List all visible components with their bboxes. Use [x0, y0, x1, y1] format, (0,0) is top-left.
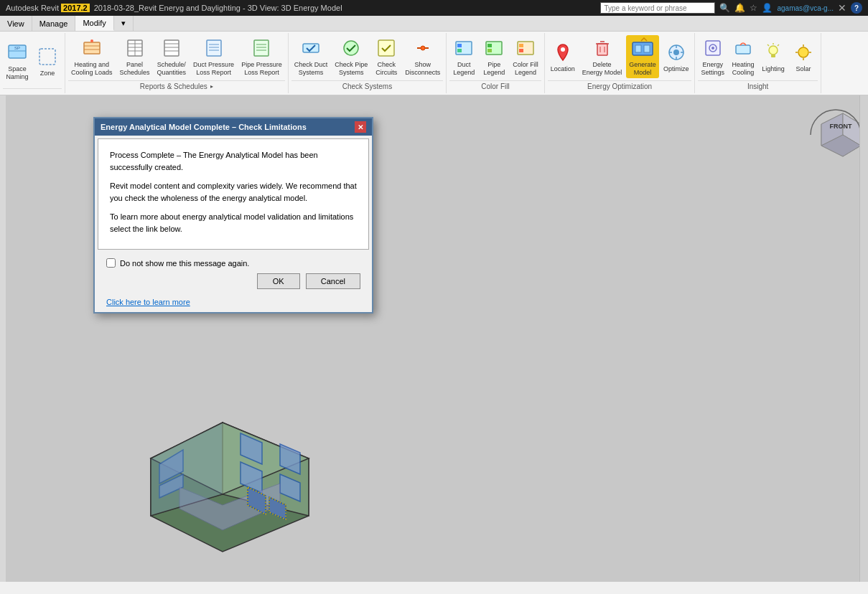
svg-rect-31	[456, 42, 472, 55]
duct-legend-icon	[452, 37, 475, 60]
check-pipe-button[interactable]: Check PipeSystems	[332, 35, 370, 78]
pipe-pressure-button[interactable]: Pipe PressureLoss Report	[238, 35, 285, 78]
check-circuits-icon	[375, 37, 398, 60]
svg-point-26	[344, 41, 358, 55]
heating-cooling-icon	[80, 37, 103, 60]
tab-manage[interactable]: Manage	[32, 16, 76, 31]
svg-line-62	[778, 44, 779, 46]
tab-view[interactable]: View	[0, 16, 32, 31]
schedule-quantities-button[interactable]: Schedule/Quantities	[154, 35, 190, 78]
dialog-footer: Do not show me this message again. OK Ca…	[95, 253, 372, 298]
duct-legend-button[interactable]: DuctLegend	[449, 35, 478, 78]
check-duct-icon	[299, 37, 322, 60]
ribbon-group-items-insight: EnergySettings HeatingCooling	[698, 34, 818, 79]
app-name: Autodesk Revit 2017.2	[6, 4, 90, 12]
zone-button[interactable]: Zone	[33, 39, 62, 82]
tab-dropdown[interactable]: ▾	[114, 16, 134, 31]
location-icon	[551, 41, 574, 64]
space-naming-icon: SP	[6, 41, 29, 64]
svg-point-50	[673, 50, 679, 55]
dialog-body: Process Complete – The Energy Analytical…	[98, 138, 369, 250]
svg-rect-58	[736, 45, 750, 54]
dialog-para-1: Process Complete – The Energy Analytical…	[110, 149, 357, 173]
svg-rect-47	[635, 45, 641, 52]
svg-rect-32	[457, 44, 462, 47]
dont-show-checkbox[interactable]	[106, 258, 116, 268]
ribbon-group-insight: EnergySettings HeatingCooling	[695, 33, 821, 93]
svg-rect-39	[519, 49, 523, 52]
check-pipe-icon	[340, 37, 363, 60]
svg-line-63	[767, 44, 769, 46]
ribbon-group-reports: Heating andCooling Loads PanelSchedules	[65, 33, 289, 93]
section-label-insight: Insight	[698, 80, 818, 92]
svg-point-64	[798, 47, 808, 57]
svg-point-40	[561, 47, 565, 52]
cancel-button[interactable]: Cancel	[306, 273, 360, 289]
solar-icon	[792, 41, 815, 64]
star-icon[interactable]: ☆	[750, 3, 757, 13]
lighting-icon	[762, 41, 785, 64]
vertical-scrollbar[interactable]	[859, 95, 868, 582]
optimize-button[interactable]: Optimize	[661, 35, 692, 78]
svg-rect-13	[164, 40, 179, 56]
dialog-title: Energy Analytical Model Complete – Check…	[101, 123, 307, 131]
search-input[interactable]	[600, 2, 715, 14]
duct-pressure-button[interactable]: Duct PressureLoss Report	[190, 35, 237, 78]
dialog-energy-model: Energy Analytical Model Complete – Check…	[93, 117, 373, 314]
svg-rect-17	[207, 40, 221, 56]
dialog-title-bar: Energy Analytical Model Complete – Check…	[95, 118, 372, 136]
heating-cooling-button[interactable]: HeatingCooling	[729, 35, 757, 78]
bell-icon[interactable]: 🔔	[734, 3, 745, 13]
dialog-close-button[interactable]: ✕	[355, 121, 366, 133]
svg-rect-4	[84, 42, 100, 54]
ribbon-group-space: SP SpaceNaming Zone	[0, 33, 65, 93]
svg-rect-41	[597, 44, 607, 55]
section-label-color: Color Fill	[449, 80, 541, 92]
energy-settings-button[interactable]: EnergySettings	[698, 35, 727, 78]
section-label-energy: Energy Optimization	[548, 80, 692, 92]
ribbon-group-energy: Location DeleteEnergy Model	[545, 33, 696, 93]
search-icon[interactable]: 🔍	[719, 3, 730, 13]
svg-rect-48	[644, 45, 650, 52]
check-duct-button[interactable]: Check DuctSystems	[291, 35, 331, 78]
location-button[interactable]: Location	[548, 35, 578, 78]
zone-icon	[36, 45, 59, 68]
check-circuits-button[interactable]: CheckCircuits	[372, 35, 401, 78]
svg-point-30	[421, 46, 425, 50]
svg-rect-25	[303, 44, 319, 52]
svg-point-7	[90, 39, 93, 42]
pipe-legend-button[interactable]: PipeLegend	[480, 35, 508, 78]
main-area: Energy Analytical Model Complete – Check…	[0, 95, 868, 582]
delete-energy-model-button[interactable]: DeleteEnergy Model	[579, 35, 625, 78]
svg-point-59	[769, 46, 778, 55]
ribbon: View Manage Modify ▾ SP SpaceNaming	[0, 16, 868, 95]
schedule-icon	[160, 37, 183, 60]
user-label[interactable]: agamas@vca-g...	[777, 4, 834, 12]
close-app-icon[interactable]: ✕	[838, 2, 846, 14]
learn-more-link[interactable]: Click here to learn more	[95, 298, 372, 312]
solar-button[interactable]: Solar	[789, 35, 818, 78]
navcube-svg: FRONT	[803, 103, 868, 167]
svg-rect-34	[486, 42, 502, 55]
document-title: 2018-03-28_Revit Eneryg and Daylighting …	[94, 4, 597, 12]
generate-model-button[interactable]: GenerateModel	[626, 35, 659, 78]
panel-schedules-icon	[123, 37, 146, 60]
svg-rect-27	[378, 40, 394, 56]
ok-button[interactable]: OK	[257, 273, 300, 289]
version-badge: 2017.2	[61, 4, 90, 12]
tab-modify[interactable]: Modify	[75, 16, 113, 31]
show-disconnects-button[interactable]: ShowDisconnects	[402, 35, 443, 78]
svg-text:SP: SP	[14, 46, 20, 50]
heating-cooling-loads-button[interactable]: Heating andCooling Loads	[68, 35, 116, 78]
show-disconnects-icon	[411, 37, 434, 60]
reports-arrow: ▸	[210, 83, 213, 90]
color-fill-legend-button[interactable]: Color FillLegend	[510, 35, 541, 78]
svg-text:FRONT: FRONT	[830, 123, 852, 130]
user-icon: 👤	[762, 3, 773, 13]
help-button[interactable]: ?	[851, 2, 862, 14]
space-naming-button[interactable]: SP SpaceNaming	[3, 39, 32, 82]
navcube[interactable]: FRONT	[803, 103, 861, 160]
lighting-button[interactable]: Lighting	[759, 35, 788, 78]
panel-schedules-button[interactable]: PanelSchedules	[117, 35, 153, 78]
dont-show-label: Do not show me this message again.	[120, 259, 249, 268]
